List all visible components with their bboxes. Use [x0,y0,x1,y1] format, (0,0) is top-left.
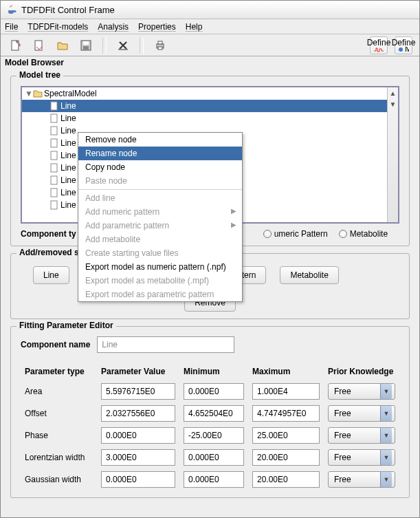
tree-item[interactable]: Line [22,100,387,112]
ctx-create-starting-values[interactable]: Create starting value files [78,246,242,260]
component-name-field[interactable] [97,336,234,353]
tree-item-label: Line [60,151,76,160]
window-titlebar: TDFDFit Control Frame [1,1,419,19]
param-name: Offset [21,402,97,424]
component-type-label: Component ty [21,229,76,239]
java-icon [6,4,17,15]
scroll-up-icon[interactable]: ▲ [388,87,398,98]
open-folder-icon[interactable] [54,37,71,54]
component-name-label: Component name [21,340,90,349]
tree-item-label: Line [60,114,76,123]
prior-knowledge-combo[interactable]: Free [328,449,395,466]
delete-x-icon[interactable] [115,37,131,54]
prior-knowledge-combo[interactable]: Free [328,405,395,422]
combo-value: Free [334,387,351,396]
param-min-input[interactable] [184,449,244,466]
param-value-input[interactable] [101,449,175,466]
param-min-input[interactable] [184,427,244,444]
param-name: Gaussian width [21,468,97,490]
param-value-input[interactable] [101,405,175,422]
new-with-arrow-icon[interactable] [31,37,47,54]
param-max-input[interactable] [252,405,320,422]
svg-rect-19 [51,188,57,197]
print-icon[interactable] [152,37,168,54]
tree-root[interactable]: ▼ SpectralModel [22,87,387,100]
ctx-copy-node[interactable]: Copy node [78,160,242,174]
svg-rect-15 [51,139,57,147]
menu-help[interactable]: Help [186,22,203,32]
ctx-remove-node[interactable]: Remove node [78,133,242,147]
ctx-export-parametric[interactable]: Export model as parametric pattern [78,288,242,301]
scroll-down-icon[interactable]: ▼ [388,98,398,109]
svg-rect-16 [51,151,57,160]
parameter-table: Parameter type Parameter Value Minimum M… [21,363,399,490]
prior-knowledge-combo[interactable]: Free [328,427,395,444]
new-doc-icon[interactable]: * [8,37,24,54]
line-button[interactable]: Line [33,266,69,284]
tree-item[interactable]: Line [22,112,387,125]
menu-tdfdfit-models[interactable]: TDFDFit-models [27,22,88,32]
svg-rect-13 [51,114,57,122]
radio-label: Metabolite [350,229,388,239]
menu-analysis[interactable]: Analysis [98,22,129,32]
param-value-input[interactable] [101,471,175,488]
toolbar: * Define DefineM [1,34,419,56]
param-max-input[interactable] [252,427,320,444]
svg-point-10 [399,47,403,52]
svg-rect-8 [158,41,162,44]
combo-value: Free [334,431,351,440]
tree-twisty-icon[interactable]: ▼ [25,89,32,98]
param-max-input[interactable] [252,471,320,488]
metabolite-button[interactable]: Metabolite [280,266,338,284]
define-label: Define [367,39,391,47]
menu-file[interactable]: File [5,22,18,32]
tree-scrollbar[interactable]: ▲ ▼ [387,87,398,222]
group-title-model-tree: Model tree [16,70,63,80]
tree-item-label: Line [60,163,76,173]
param-min-input[interactable] [184,383,244,400]
folder-icon [33,89,43,98]
ctx-paste-node[interactable]: Paste node [78,174,242,188]
tree-item-label: Line [60,101,76,111]
save-icon[interactable] [78,37,94,54]
define-button-1[interactable]: Define [370,36,388,54]
svg-text:*: * [18,42,21,51]
col-header-max: Maximum [248,363,324,380]
tree-root-label: SpectralModel [44,89,97,98]
define-label: Define [392,39,416,47]
svg-rect-14 [51,127,57,135]
define-button-2[interactable]: DefineM [395,36,412,54]
radio-numeric-pattern[interactable]: umeric Pattern [263,229,328,239]
table-row: Gaussian width Free [21,468,399,490]
col-header-min: Minimum [179,363,248,380]
toolbar-separator [102,37,107,54]
ctx-add-line[interactable]: Add line [78,191,242,205]
param-max-input[interactable] [252,383,320,400]
ctx-export-npf[interactable]: Export model as numeric pattern (.npf) [78,260,242,274]
tree-item-label: Line [60,200,76,210]
prior-knowledge-combo[interactable]: Free [328,471,395,488]
table-row: Phase Free [21,424,399,446]
ctx-rename-node[interactable]: Rename node [78,147,242,160]
param-value-input[interactable] [101,383,175,400]
tab-label: Model Browser [5,58,64,67]
tree-item-label: Line [60,188,76,197]
svg-text:M: M [405,47,409,52]
param-name: Area [21,380,97,402]
ctx-add-metabolite[interactable]: Add metabolite [78,233,242,246]
table-row: Offset Free [21,402,399,424]
col-header-pk: Prior Knowledge [324,363,399,380]
file-icon [49,126,59,136]
tree-item-label: Line [60,126,76,136]
param-min-input[interactable] [184,405,244,422]
param-min-input[interactable] [184,471,244,488]
menu-properties[interactable]: Properties [138,22,176,32]
ctx-add-numeric-pattern[interactable]: Add numeric pattern [78,205,242,219]
param-max-input[interactable] [252,449,320,466]
radio-metabolite[interactable]: Metabolite [339,229,388,239]
table-row: Area Free [21,380,399,402]
param-value-input[interactable] [101,427,175,444]
ctx-export-mpf[interactable]: Export model as metabolite (.mpf) [78,274,242,288]
ctx-add-parametric-pattern[interactable]: Add parametric pattern [78,219,242,233]
prior-knowledge-combo[interactable]: Free [328,383,395,400]
